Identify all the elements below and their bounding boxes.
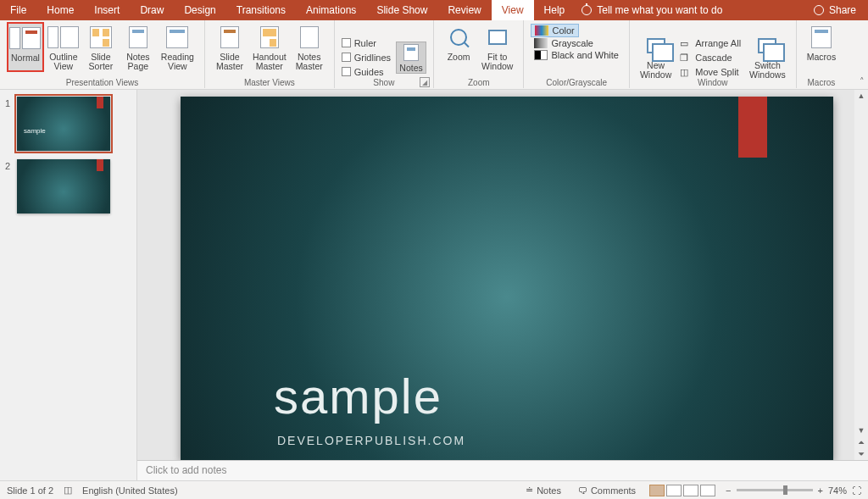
- scroll-up-button[interactable]: ▲: [855, 90, 867, 102]
- zoom-percentage[interactable]: 74%: [828, 485, 847, 496]
- new-window-icon: [647, 38, 665, 53]
- thumb-flag-icon: [97, 159, 103, 171]
- thumbnail-2[interactable]: [17, 159, 110, 213]
- notes-master-button[interactable]: Notes Master: [292, 22, 327, 72]
- new-window-button[interactable]: New Window: [637, 30, 675, 80]
- tell-me-label: Tell me what you want to do: [597, 4, 722, 16]
- thumbnail-number-1: 1: [5, 97, 14, 151]
- scroll-down-button[interactable]: ▼: [855, 424, 867, 436]
- fit-to-window-status-button[interactable]: ⛶: [852, 485, 861, 496]
- outline-view-button[interactable]: Outline View: [46, 22, 81, 72]
- share-label: Share: [829, 4, 856, 16]
- zoom-out-button[interactable]: −: [726, 485, 731, 496]
- notes-status-icon: ≐: [526, 485, 533, 496]
- tab-file[interactable]: File: [0, 0, 36, 20]
- view-normal-button[interactable]: [649, 485, 665, 496]
- view-sorter-button[interactable]: [666, 485, 682, 496]
- show-dialog-launcher[interactable]: ◢: [420, 77, 430, 87]
- blackwhite-button[interactable]: Black and White: [531, 49, 621, 61]
- workspace: 1 sample 2 sample DEVELOPERPUBLISH.COM ▲…: [0, 90, 868, 480]
- language-button[interactable]: English (United States): [82, 485, 178, 496]
- slide-master-label: Slide Master: [216, 53, 243, 71]
- slide-master-button[interactable]: Slide Master: [212, 22, 248, 72]
- macros-button[interactable]: Macros: [804, 22, 839, 63]
- accessibility-icon[interactable]: ◫: [64, 485, 72, 496]
- group-show: Ruler Gridlines Guides Notes Show ◢: [337, 20, 431, 89]
- gridlines-checkbox[interactable]: Gridlines: [342, 52, 391, 64]
- tab-slideshow[interactable]: Slide Show: [366, 0, 437, 20]
- grayscale-chip-icon: [534, 38, 548, 48]
- slide-title-text[interactable]: sample: [274, 368, 442, 424]
- guides-label: Guides: [354, 67, 384, 77]
- tab-help[interactable]: Help: [534, 0, 576, 20]
- bw-label: Black and White: [551, 50, 618, 60]
- next-slide-button[interactable]: ⏷: [855, 448, 867, 460]
- notes-button[interactable]: Notes: [396, 42, 426, 74]
- guides-checkbox[interactable]: Guides: [342, 66, 391, 78]
- zoom-button[interactable]: Zoom: [441, 22, 476, 72]
- bw-chip-icon: [534, 50, 548, 60]
- slide-thumbnails-pane[interactable]: 1 sample 2: [0, 90, 137, 480]
- tab-insert[interactable]: Insert: [84, 0, 130, 20]
- tab-view[interactable]: View: [492, 0, 534, 20]
- collapse-ribbon-button[interactable]: ˄: [860, 76, 865, 87]
- tab-review[interactable]: Review: [437, 0, 491, 20]
- thumb-title-1: sample: [24, 127, 46, 135]
- ruler-label: Ruler: [354, 38, 376, 48]
- group-label-presentation-views: Presentation Views: [2, 78, 203, 87]
- group-label-show: Show: [337, 78, 431, 87]
- ribbon-view: Normal Outline View Slide Sorter Notes P…: [0, 20, 868, 90]
- share-button[interactable]: Share: [802, 0, 868, 20]
- fit-window-label: Fit to Window: [481, 53, 513, 71]
- handout-master-button[interactable]: Handout Master: [249, 22, 290, 72]
- grayscale-button[interactable]: Grayscale: [531, 37, 597, 49]
- switch-windows-label: Switch Windows: [749, 61, 786, 80]
- prev-slide-button[interactable]: ⏶: [855, 436, 867, 448]
- tell-me-field[interactable]: Tell me what you want to do: [575, 0, 729, 20]
- fit-to-window-button[interactable]: Fit to Window: [478, 22, 516, 72]
- thumbnail-row-1: 1 sample: [5, 97, 131, 151]
- tab-draw[interactable]: Draw: [130, 0, 174, 20]
- slide-canvas[interactable]: sample DEVELOPERPUBLISH.COM: [181, 97, 833, 460]
- move-split-icon: ◫: [680, 67, 692, 77]
- group-window: New Window ▭Arrange All ❐Cascade ◫Move S…: [632, 20, 794, 89]
- status-comments-button[interactable]: 🗨Comments: [575, 485, 639, 496]
- zoom-slider-handle[interactable]: [783, 485, 787, 495]
- cascade-icon: ❐: [680, 53, 692, 63]
- notes-page-button[interactable]: Notes Page: [120, 22, 156, 72]
- slide-canvas-area[interactable]: sample DEVELOPERPUBLISH.COM ▲ ▼ ⏶ ⏷: [137, 90, 868, 460]
- thumbnail-1[interactable]: sample: [17, 97, 110, 151]
- tab-home[interactable]: Home: [36, 0, 84, 20]
- slide-sorter-button[interactable]: Slide Sorter: [83, 22, 119, 72]
- cascade-label: Cascade: [695, 53, 732, 63]
- group-label-master-views: Master Views: [207, 78, 332, 87]
- color-chip-icon: [535, 25, 548, 36]
- vertical-scrollbar[interactable]: ▲ ▼ ⏶ ⏷: [854, 90, 868, 460]
- view-reading-button[interactable]: [683, 485, 698, 496]
- normal-view-button[interactable]: Normal: [7, 22, 44, 72]
- ruler-checkbox[interactable]: Ruler: [342, 37, 391, 49]
- arrange-all-button[interactable]: ▭Arrange All: [680, 37, 741, 49]
- slide-counter[interactable]: Slide 1 of 2: [7, 485, 53, 496]
- switch-windows-button[interactable]: Switch Windows: [746, 30, 789, 80]
- zoom-in-button[interactable]: +: [818, 485, 823, 496]
- grayscale-label: Grayscale: [551, 38, 593, 48]
- group-master-views: Slide Master Handout Master Notes Master…: [207, 20, 332, 89]
- tab-design[interactable]: Design: [174, 0, 225, 20]
- move-split-button[interactable]: ◫Move Split: [680, 66, 741, 78]
- reading-view-button[interactable]: Reading View: [158, 22, 198, 72]
- color-button[interactable]: Color: [531, 24, 578, 37]
- outline-view-label: Outline View: [49, 53, 77, 71]
- slide-subtitle-text[interactable]: DEVELOPERPUBLISH.COM: [277, 434, 465, 447]
- macros-label: Macros: [807, 53, 836, 62]
- notes-pane[interactable]: Click to add notes: [137, 460, 868, 480]
- tab-transitions[interactable]: Transitions: [226, 0, 296, 20]
- view-mode-buttons: [649, 485, 715, 496]
- view-slideshow-button[interactable]: [700, 485, 715, 496]
- cascade-button[interactable]: ❐Cascade: [680, 52, 741, 64]
- tab-animations[interactable]: Animations: [296, 0, 366, 20]
- status-notes-button[interactable]: ≐Notes: [522, 485, 565, 496]
- group-label-zoom: Zoom: [436, 78, 521, 87]
- zoom-slider[interactable]: [737, 489, 813, 491]
- new-window-label: New Window: [640, 61, 671, 80]
